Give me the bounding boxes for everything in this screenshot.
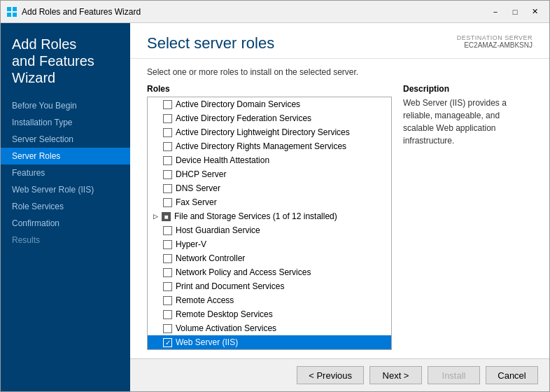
role-label: DNS Server — [176, 183, 220, 193]
title-bar-controls: − □ ✕ — [486, 5, 544, 19]
role-checkbox[interactable] — [163, 282, 172, 291]
previous-button[interactable]: < Previous — [297, 366, 364, 384]
role-checkbox[interactable] — [163, 268, 172, 277]
role-label: Host Guardian Service — [176, 225, 260, 235]
role-checkbox[interactable] — [163, 254, 172, 263]
role-item[interactable]: ✓Web Server (IIS) — [148, 335, 391, 349]
roles-list-container: Active Directory Domain ServicesActive D… — [147, 97, 392, 350]
role-label: Web Server (IIS) — [176, 337, 238, 347]
sidebar-item-server-roles[interactable]: Server Roles — [1, 148, 130, 164]
svg-rect-0 — [7, 7, 11, 11]
role-label: Active Directory Lightweight Directory S… — [176, 127, 350, 137]
role-checkbox[interactable] — [163, 324, 172, 333]
sidebar-item-results: Results — [1, 232, 130, 248]
role-checkbox[interactable] — [163, 156, 172, 165]
role-label: Volume Activation Services — [176, 323, 276, 333]
page-title: Select server roles — [147, 34, 274, 52]
sidebar-item-server-selection[interactable]: Server Selection — [1, 131, 130, 148]
role-item[interactable]: Print and Document Services — [148, 279, 391, 293]
sidebar-item-installation-type[interactable]: Installation Type — [1, 114, 130, 131]
roles-column-header: Roles — [147, 84, 392, 94]
role-label: Fax Server — [176, 197, 217, 207]
role-item[interactable]: Remote Desktop Services — [148, 307, 391, 321]
title-bar-text: Add Roles and Features Wizard — [22, 7, 486, 17]
role-checkbox[interactable] — [163, 226, 172, 235]
destination-label: DESTINATION SERVER — [457, 34, 533, 41]
role-checkbox[interactable] — [163, 240, 172, 249]
role-checkbox[interactable]: ✓ — [163, 338, 172, 347]
footer: < Previous Next > Install Cancel — [130, 358, 549, 391]
main-panel: Select server roles DESTINATION SERVER E… — [130, 23, 549, 391]
cancel-button[interactable]: Cancel — [486, 366, 538, 384]
role-item[interactable]: Device Health Attestation — [148, 153, 391, 167]
description-panel: Description Web Server (IIS) provides a … — [403, 84, 533, 350]
role-item[interactable]: Fax Server — [148, 195, 391, 209]
minimize-button[interactable]: − — [486, 5, 505, 19]
app-icon — [6, 6, 17, 18]
role-checkbox[interactable] — [163, 128, 172, 137]
roles-list[interactable]: Active Directory Domain ServicesActive D… — [148, 97, 391, 349]
role-item[interactable]: Active Directory Federation Services — [148, 111, 391, 125]
role-checkbox[interactable] — [163, 198, 172, 207]
destination-server: DESTINATION SERVER EC2AMAZ-AMBKSNJ — [457, 34, 533, 49]
main-window: Add Roles and Features Wizard − □ ✕ Add … — [0, 0, 550, 392]
role-label: Active Directory Domain Services — [176, 99, 300, 109]
sidebar-title: Add Rolesand FeaturesWizard — [1, 30, 130, 97]
role-item[interactable]: Hyper-V — [148, 237, 391, 251]
content-area: Add Rolesand FeaturesWizard Before You B… — [1, 23, 549, 391]
close-button[interactable]: ✕ — [526, 5, 544, 19]
role-item[interactable]: Volume Activation Services — [148, 321, 391, 335]
role-expander-icon[interactable]: ▷ — [150, 211, 160, 221]
role-label: Active Directory Rights Management Servi… — [176, 141, 346, 151]
role-item[interactable]: Active Directory Lightweight Directory S… — [148, 125, 391, 139]
install-button[interactable]: Install — [428, 366, 480, 384]
role-item[interactable]: Remote Access — [148, 293, 391, 307]
roles-panel: Roles Active Directory Domain ServicesAc… — [147, 84, 392, 350]
sidebar-item-role-services[interactable]: Role Services — [1, 198, 130, 215]
role-label: DHCP Server — [176, 169, 226, 179]
role-checkbox[interactable] — [163, 114, 172, 123]
role-checkbox[interactable] — [163, 184, 172, 193]
page-header: Select server roles DESTINATION SERVER E… — [130, 23, 549, 59]
role-label: Remote Access — [176, 295, 234, 305]
role-item[interactable]: Network Policy and Access Services — [148, 265, 391, 279]
role-label: Hyper-V — [176, 239, 206, 249]
roles-layout: Roles Active Directory Domain ServicesAc… — [147, 84, 533, 350]
role-item[interactable]: Host Guardian Service — [148, 223, 391, 237]
destination-value: EC2AMAZ-AMBKSNJ — [457, 41, 533, 49]
role-item[interactable]: Network Controller — [148, 251, 391, 265]
svg-rect-2 — [7, 13, 11, 17]
sidebar-item-features[interactable]: Features — [1, 164, 130, 181]
role-checkbox[interactable] — [163, 310, 172, 319]
page-body: Select one or more roles to install on t… — [130, 59, 549, 358]
role-label: File and Storage Services (1 of 12 insta… — [174, 211, 337, 221]
sidebar-item-web-server-role-(iis)[interactable]: Web Server Role (IIS) — [1, 181, 130, 198]
role-label: Network Controller — [176, 253, 245, 263]
role-item[interactable]: Active Directory Rights Management Servi… — [148, 139, 391, 153]
instruction-text: Select one or more roles to install on t… — [147, 67, 533, 77]
role-checkbox[interactable] — [163, 142, 172, 151]
role-item[interactable]: ▷■File and Storage Services (1 of 12 ins… — [148, 209, 391, 223]
role-label: Device Health Attestation — [176, 155, 269, 165]
role-checkbox[interactable] — [163, 296, 172, 305]
svg-rect-1 — [13, 7, 17, 11]
next-button[interactable]: Next > — [369, 366, 422, 384]
svg-rect-3 — [13, 13, 17, 17]
description-text: Web Server (IIS) provides a reliable, ma… — [403, 97, 533, 147]
role-checkbox[interactable]: ■ — [162, 212, 171, 221]
maximize-button[interactable]: □ — [506, 5, 524, 19]
role-item[interactable]: Active Directory Domain Services — [148, 97, 391, 111]
role-checkbox[interactable] — [163, 100, 172, 109]
role-label: Remote Desktop Services — [176, 309, 273, 319]
role-checkbox[interactable] — [163, 170, 172, 179]
role-label: Network Policy and Access Services — [176, 267, 311, 277]
sidebar-item-before-you-begin[interactable]: Before You Begin — [1, 97, 130, 114]
description-column-header: Description — [403, 84, 533, 94]
role-label: Active Directory Federation Services — [176, 113, 311, 123]
sidebar: Add Rolesand FeaturesWizard Before You B… — [1, 23, 130, 391]
role-item[interactable]: DNS Server — [148, 181, 391, 195]
sidebar-item-confirmation[interactable]: Confirmation — [1, 215, 130, 232]
role-label: Print and Document Services — [176, 281, 284, 291]
role-item[interactable]: DHCP Server — [148, 167, 391, 181]
title-bar: Add Roles and Features Wizard − □ ✕ — [1, 1, 549, 23]
